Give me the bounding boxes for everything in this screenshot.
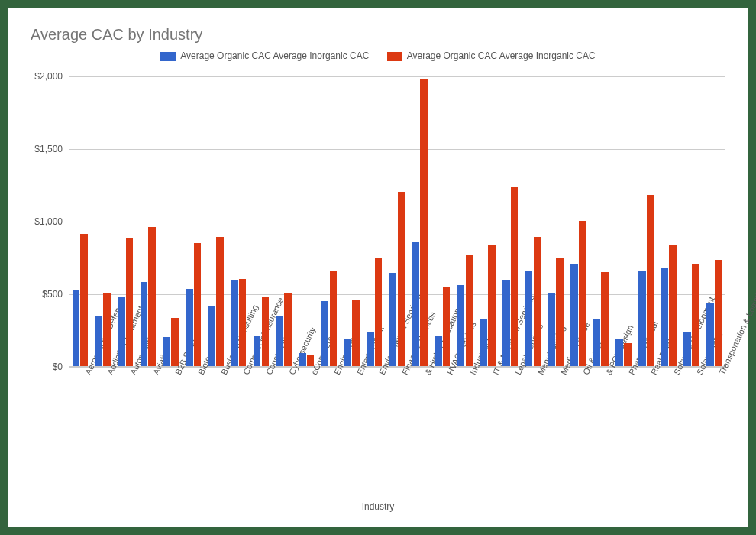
- gridline: [69, 76, 725, 77]
- bar-series1: [548, 293, 555, 366]
- bar-series2: [601, 272, 608, 367]
- bar-series2: [262, 297, 269, 366]
- bar-series1: [299, 353, 305, 366]
- x-axis-label: Industry: [8, 501, 748, 512]
- bar-series1: [525, 271, 532, 366]
- bar-series2: [466, 255, 473, 366]
- bar-series1: [435, 336, 441, 366]
- bar-series1: [208, 306, 215, 366]
- chart-legend: Average Organic CAC Average Inorganic CA…: [8, 50, 748, 61]
- legend-label-2: Average Organic CAC Average Inorganic CA…: [407, 50, 596, 61]
- bar-series2: [692, 264, 699, 366]
- bar-series1: [231, 280, 237, 366]
- bar-series1: [661, 268, 668, 366]
- bar-series1: [706, 303, 713, 366]
- bar-series2: [715, 260, 722, 366]
- bar-series2: [80, 234, 87, 366]
- bar-series1: [276, 316, 283, 366]
- bar-series1: [615, 339, 622, 366]
- bar-series1: [254, 336, 260, 366]
- y-tick-label: $0: [53, 362, 63, 372]
- bar-series1: [344, 339, 351, 366]
- bar-series2: [398, 192, 405, 366]
- bar-series1: [367, 332, 373, 366]
- bar-series1: [638, 271, 645, 366]
- bar-series1: [570, 264, 577, 366]
- bar-series2: [194, 243, 201, 367]
- bar-series2: [647, 195, 654, 366]
- bar-series2: [330, 271, 337, 366]
- bar-series1: [321, 301, 328, 367]
- bar-series1: [389, 273, 396, 366]
- bar-series1: [412, 242, 419, 366]
- bar-series2: [375, 258, 382, 367]
- bar-series1: [502, 280, 509, 366]
- category-label: Transportation & Logistics: [717, 284, 756, 376]
- bar-series1: [95, 316, 102, 367]
- bar-series2: [284, 293, 291, 366]
- legend-swatch-red: [387, 52, 402, 61]
- chart-title: Average CAC by Industry: [31, 26, 202, 44]
- legend-swatch-blue: [160, 52, 176, 61]
- bar-series2: [669, 245, 676, 366]
- y-tick-label: $500: [42, 289, 63, 300]
- bar-series1: [480, 319, 487, 366]
- bar-series2: [511, 187, 518, 366]
- legend-label-1: Average Organic CAC Average Inorganic CA…: [180, 50, 369, 61]
- y-tick-label: $1,500: [34, 144, 63, 154]
- bar-series1: [141, 282, 147, 366]
- bar-series1: [73, 290, 79, 366]
- bar-series2: [103, 293, 110, 366]
- bar-series2: [420, 79, 427, 366]
- legend-item-1: Average Organic CAC Average Inorganic CA…: [160, 50, 369, 61]
- bar-series1: [163, 337, 170, 366]
- legend-item-2: Average Organic CAC Average Inorganic CA…: [387, 50, 596, 61]
- y-tick-label: $1,000: [34, 216, 63, 227]
- plot-area: $0$500$1,000$1,500$2,000Aerospace & Defe…: [69, 76, 725, 367]
- gridline: [69, 149, 725, 150]
- bar-series2: [624, 343, 631, 366]
- bar-series2: [443, 287, 450, 366]
- bar-series2: [148, 227, 155, 366]
- bar-series1: [186, 289, 192, 366]
- bar-series2: [126, 238, 133, 366]
- chart-frame: Average CAC by Industry Average Organic …: [8, 8, 748, 527]
- bar-series2: [171, 318, 178, 366]
- bar-series2: [352, 300, 359, 366]
- bar-series2: [239, 279, 246, 366]
- bar-series2: [488, 245, 495, 366]
- bar-series2: [556, 258, 563, 367]
- bar-series1: [118, 297, 124, 366]
- bar-series1: [457, 285, 464, 366]
- gridline: [69, 367, 725, 368]
- bar-series1: [683, 332, 690, 366]
- bar-series2: [534, 237, 541, 366]
- y-tick-label: $2,000: [34, 71, 63, 82]
- bar-series2: [579, 221, 586, 366]
- bar-series1: [593, 319, 600, 366]
- bar-series2: [216, 237, 223, 366]
